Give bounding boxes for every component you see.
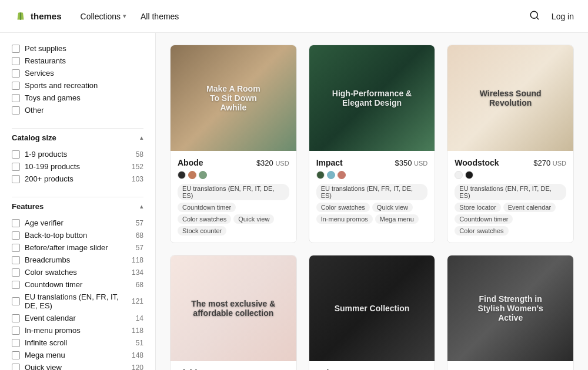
tag[interactable]: Countdown timer xyxy=(178,203,236,212)
checkbox[interactable] xyxy=(12,339,20,347)
filter-color-swatches[interactable]: Color swatches 134 xyxy=(12,266,143,278)
filter-other[interactable]: Other xyxy=(12,104,143,116)
woodstock-currency: USD xyxy=(553,160,566,167)
collections-nav[interactable]: Collections ▾ xyxy=(81,12,126,21)
theme-card-woodstock[interactable]: Wireless SoundRevolution Woodstock $270 … xyxy=(447,45,574,243)
divider xyxy=(12,128,143,129)
filter-event-calendar[interactable]: Event calendar 14 xyxy=(12,312,143,324)
tag[interactable]: Quick view xyxy=(233,214,274,224)
tag[interactable]: Color swatches xyxy=(178,214,231,224)
checkbox[interactable] xyxy=(12,327,20,335)
filter-label: Toys and games xyxy=(25,93,143,102)
filter-label: 10-199 products xyxy=(25,162,127,171)
filter-10-199[interactable]: 10-199 products 152 xyxy=(12,160,143,173)
filter-age-verifier[interactable]: Age verifier 57 xyxy=(12,217,143,229)
filter-label: EU translations (EN, FR, IT, DE, ES) xyxy=(25,292,127,310)
swatch[interactable] xyxy=(316,171,325,179)
filter-quick-view[interactable]: Quick view 120 xyxy=(12,361,143,370)
search-button[interactable] xyxy=(527,8,542,25)
logo[interactable]: themes xyxy=(14,10,62,23)
theme-card-abode[interactable]: Make A RoomTo Sit DownAwhile Abode $320 … xyxy=(170,45,297,243)
tag[interactable]: Store locator xyxy=(455,203,500,212)
theme-card-kairo[interactable]: Summer Collection Kairo $150 USD EU tran… xyxy=(309,255,436,370)
tag[interactable]: Event calendar xyxy=(503,203,556,212)
tag[interactable]: Quick view xyxy=(372,203,413,212)
filter-200plus[interactable]: 200+ products 103 xyxy=(12,173,143,185)
swatch[interactable] xyxy=(338,171,346,179)
tag[interactable]: Countdown timer xyxy=(455,214,513,224)
catalog-size-filters: Catalog size ▴ 1-9 products 58 10-199 pr… xyxy=(0,133,155,192)
checkbox[interactable] xyxy=(12,364,20,371)
checkbox[interactable] xyxy=(12,351,20,359)
filter-count: 57 xyxy=(136,219,143,227)
checkbox[interactable] xyxy=(12,268,20,277)
checkbox[interactable] xyxy=(12,256,20,264)
filter-mega-menu[interactable]: Mega menu 148 xyxy=(12,349,143,361)
woodstock-swatches xyxy=(455,171,566,179)
impact-price: $350 USD xyxy=(395,159,428,167)
checkbox-1-9[interactable] xyxy=(12,150,20,159)
svg-line-1 xyxy=(536,17,538,19)
checkbox-restaurants[interactable] xyxy=(12,57,20,65)
abode-tags: EU translations (EN, FR, IT, DE, ES) Cou… xyxy=(178,184,289,236)
woodstock-name: Woodstock xyxy=(455,158,499,167)
theme-card-monaco[interactable]: Find Strength inStylish Women'sActive Mo… xyxy=(447,255,574,370)
filter-infinite-scroll[interactable]: Infinite scroll 51 xyxy=(12,337,143,349)
theme-card-image-abode: Make A RoomTo Sit DownAwhile xyxy=(171,45,296,151)
swatch[interactable] xyxy=(327,171,335,179)
checkbox-10-199[interactable] xyxy=(12,163,20,171)
tag[interactable]: Color swatches xyxy=(316,203,370,212)
checkbox-sports[interactable] xyxy=(12,82,20,90)
filter-sports[interactable]: Sports and recreation xyxy=(12,79,143,92)
checkbox-pet-supplies[interactable] xyxy=(12,45,20,53)
checkbox[interactable] xyxy=(12,297,20,305)
checkbox-services[interactable] xyxy=(12,69,20,78)
filter-before-after[interactable]: Before/after image slider 57 xyxy=(12,241,143,254)
filter-eu-translations[interactable]: EU translations (EN, FR, IT, DE, ES) 121 xyxy=(12,291,143,312)
kairo-mockup-text: Summer Collection xyxy=(329,298,416,319)
checkbox[interactable] xyxy=(12,244,20,252)
swatch[interactable] xyxy=(178,171,186,179)
checkbox-200plus[interactable] xyxy=(12,175,20,183)
checkbox[interactable] xyxy=(12,281,20,289)
catalog-size-header[interactable]: Catalog size ▴ xyxy=(12,133,143,142)
checkbox-toys[interactable] xyxy=(12,94,20,102)
tag[interactable]: In-menu promos xyxy=(316,214,373,224)
chevron-down-icon: ▾ xyxy=(123,12,126,20)
swatch[interactable] xyxy=(199,171,207,179)
login-button[interactable]: Log in xyxy=(552,12,574,21)
tag[interactable]: EU translations (EN, FR, IT, DE, ES) xyxy=(455,184,566,200)
all-themes-nav[interactable]: All themes xyxy=(141,12,179,21)
filter-services[interactable]: Services xyxy=(12,67,143,79)
checkbox[interactable] xyxy=(12,314,20,322)
theme-card-impact[interactable]: High-Performance &Elegant Design Impact … xyxy=(309,45,436,243)
tag[interactable]: EU translations (EN, FR, IT, DE, ES) xyxy=(178,184,289,200)
checkbox[interactable] xyxy=(12,231,20,240)
filter-label: Services xyxy=(25,69,143,78)
filter-toys[interactable]: Toys and games xyxy=(12,92,143,104)
tag[interactable]: EU translations (EN, FR, IT, DE, ES) xyxy=(316,184,428,200)
filter-label: Mega menu xyxy=(25,351,127,359)
theme-card-image-vivid: The most exclusive &affordable collectio… xyxy=(171,255,296,361)
swatch[interactable] xyxy=(455,171,463,179)
filter-count: 134 xyxy=(132,268,143,277)
theme-card-vivid[interactable]: The most exclusive &affordable collectio… xyxy=(170,255,297,370)
swatch[interactable] xyxy=(188,171,196,179)
tag[interactable]: Stock counter xyxy=(178,226,226,236)
filter-countdown[interactable]: Countdown timer 68 xyxy=(12,278,143,291)
filter-1-9[interactable]: 1-9 products 58 xyxy=(12,148,143,160)
filter-in-menu[interactable]: In-menu promos 118 xyxy=(12,324,143,337)
tag[interactable]: Color swatches xyxy=(455,226,508,236)
filter-pet-supplies[interactable]: Pet supplies xyxy=(12,42,143,55)
checkbox-other[interactable] xyxy=(12,106,20,115)
logo-text: themes xyxy=(31,11,62,21)
swatch[interactable] xyxy=(465,171,473,179)
filter-breadcrumbs[interactable]: Breadcrumbs 118 xyxy=(12,254,143,266)
tag[interactable]: Mega menu xyxy=(375,214,419,224)
filter-restaurants[interactable]: Restaurants xyxy=(12,55,143,67)
checkbox[interactable] xyxy=(12,219,20,227)
filter-count: 58 xyxy=(136,150,143,159)
filter-back-to-top[interactable]: Back-to-top button 68 xyxy=(12,229,143,241)
features-header[interactable]: Features ▴ xyxy=(12,202,143,211)
woodstock-price: $270 USD xyxy=(533,159,566,167)
